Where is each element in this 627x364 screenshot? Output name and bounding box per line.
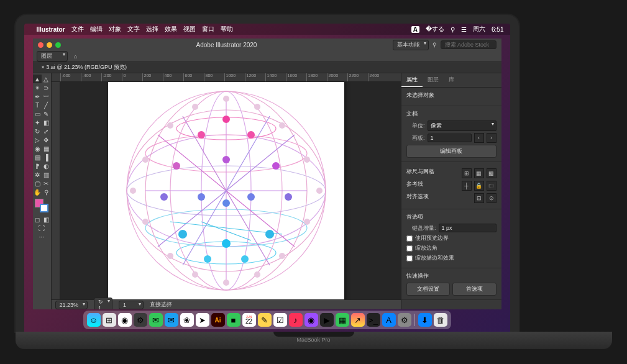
dock-photos[interactable]: ❀ <box>180 313 194 327</box>
snap-point-icon[interactable]: ⊙ <box>487 193 497 203</box>
dock-illustrator[interactable]: Ai <box>211 313 225 327</box>
dock-trash[interactable]: 🗑 <box>434 313 447 327</box>
home-icon[interactable]: ⌂ <box>71 52 80 61</box>
blend-tool[interactable]: ◐ <box>42 162 50 170</box>
menu-file[interactable]: 文件 <box>71 25 84 34</box>
selection-tool[interactable]: ▲ <box>33 75 42 83</box>
units-dropdown[interactable]: 像素 <box>428 121 497 131</box>
screen-mode[interactable]: ⛶ <box>37 224 46 232</box>
dock-control[interactable]: ⚙ <box>134 313 147 327</box>
zoom-button[interactable] <box>55 42 61 48</box>
guides-visibility-icon[interactable]: ┼ <box>462 181 472 191</box>
draw-mode-behind[interactable]: ◧ <box>42 215 50 224</box>
symbol-sprayer-tool[interactable]: ✲ <box>33 170 42 179</box>
menubar-time[interactable]: 6:51 <box>492 26 503 33</box>
next-artboard-icon[interactable]: › <box>487 133 497 143</box>
artboard-viewport[interactable] <box>52 82 401 299</box>
edit-toolbar[interactable]: ··· <box>33 232 50 241</box>
dock-facetime[interactable]: ■ <box>227 313 240 327</box>
rotate-tool[interactable]: ↻ <box>33 127 42 135</box>
dock-maps[interactable]: ➤ <box>196 313 209 327</box>
dock-safari[interactable]: ◉ <box>118 313 132 327</box>
dock-mail[interactable]: ✉ <box>165 313 178 327</box>
smart-guides-icon[interactable]: ⬚ <box>487 181 497 191</box>
fill-stroke-swatch[interactable] <box>35 199 48 212</box>
tab-layers[interactable]: 图层 <box>423 73 444 87</box>
rectangle-tool[interactable]: ▭ <box>33 109 42 118</box>
dock-calendar[interactable]: JUN22 <box>242 313 256 327</box>
width-tool[interactable]: ▷ <box>33 135 42 144</box>
menu-object[interactable]: 对象 <box>109 25 121 34</box>
menu-effect[interactable]: 效果 <box>165 25 177 34</box>
menu-type[interactable]: 文字 <box>127 25 140 34</box>
control-center-icon[interactable]: ☰ <box>461 26 467 33</box>
preview-bounds-checkbox[interactable] <box>406 235 413 242</box>
dock-reminders[interactable]: ☑ <box>273 313 287 327</box>
dock-downloads[interactable]: ⬇ <box>418 313 432 327</box>
transparency-grid-icon[interactable]: ▩ <box>487 168 497 178</box>
artboard-nav[interactable]: 1 <box>119 301 144 309</box>
dock-finder[interactable]: ☺ <box>87 313 101 327</box>
artboard[interactable] <box>108 82 344 299</box>
scale-strokes-checkbox[interactable] <box>406 255 413 262</box>
paintbrush-tool[interactable]: ✎ <box>42 109 50 118</box>
app-menu[interactable]: Illustrator <box>37 26 65 33</box>
document-tab[interactable]: × 3.ai @ 21.23% (RGB/GPU 预览) <box>37 62 132 73</box>
document-setup-button[interactable]: 文档设置 <box>406 283 451 296</box>
dock-notes[interactable]: ✎ <box>258 313 272 327</box>
dock-music[interactable]: ♪ <box>289 313 303 327</box>
dock-tv[interactable]: ▶ <box>320 313 334 327</box>
direct-selection-tool[interactable]: △ <box>42 75 50 83</box>
dock-settings[interactable]: ⚙ <box>398 313 411 327</box>
zoom-tool[interactable]: ⚲ <box>42 188 50 196</box>
edit-artboards-button[interactable]: 编辑画板 <box>406 145 497 158</box>
eraser-tool[interactable]: ◧ <box>42 118 50 127</box>
menu-view[interactable]: 视图 <box>183 25 196 34</box>
artboard-tool[interactable]: ▢ <box>33 179 42 188</box>
artboard-number[interactable]: 1 <box>428 134 472 142</box>
search-icon[interactable]: ⚲ <box>432 42 437 48</box>
shaper-tool[interactable]: ✦ <box>33 118 42 127</box>
dock-appstore[interactable]: A <box>382 313 396 327</box>
dock-stocks[interactable]: ↗ <box>351 313 365 327</box>
snap-pixel-icon[interactable]: ⊡ <box>474 193 484 203</box>
menubar-a-icon[interactable]: A <box>411 26 419 33</box>
rotate-view[interactable]: ↻ 1 <box>94 298 112 310</box>
menu-edit[interactable]: 编辑 <box>90 25 103 34</box>
scale-tool[interactable]: ⤢ <box>42 127 50 135</box>
lasso-tool[interactable]: ⊃ <box>42 83 50 92</box>
slice-tool[interactable]: ✂ <box>42 179 50 188</box>
curvature-tool[interactable]: 〰 <box>42 92 50 101</box>
ruler-icon[interactable]: ⊞ <box>462 168 472 178</box>
free-transform-tool[interactable]: ✥ <box>42 135 50 144</box>
guides-lock-icon[interactable]: 🔒 <box>474 181 484 191</box>
graph-tool[interactable]: ▥ <box>42 170 50 179</box>
workspace-switcher[interactable]: 基本功能 <box>393 40 429 50</box>
tab-libraries[interactable]: 库 <box>444 73 459 87</box>
menu-window[interactable]: 窗口 <box>202 25 214 34</box>
menubar-day[interactable]: 周六 <box>473 25 485 34</box>
dock-messages[interactable]: ✉ <box>149 313 163 327</box>
dock-numbers[interactable]: ▦ <box>336 313 349 327</box>
dock-launchpad[interactable]: ⊞ <box>103 313 116 327</box>
dock-podcasts[interactable]: ◉ <box>304 313 318 327</box>
dock-terminal[interactable]: >_ <box>367 313 380 327</box>
zoom-level[interactable]: 21.23% <box>55 301 88 309</box>
layer-dropdown[interactable]: 图层 <box>37 51 68 61</box>
prev-artboard-icon[interactable]: ‹ <box>474 133 484 143</box>
shape-builder-tool[interactable]: ◉ <box>33 144 42 153</box>
keyboard-increment-input[interactable] <box>439 224 497 232</box>
adobe-stock-search[interactable] <box>441 40 497 49</box>
close-button[interactable] <box>38 42 43 48</box>
scale-corners-checkbox[interactable] <box>406 245 413 252</box>
menu-help[interactable]: 帮助 <box>221 25 233 34</box>
line-tool[interactable]: ╱ <box>42 101 50 109</box>
pen-tool[interactable]: ✒ <box>33 92 42 101</box>
type-tool[interactable]: T <box>33 101 42 109</box>
hand-tool[interactable]: ✋ <box>33 188 42 196</box>
eyedropper-tool[interactable]: ⁋ <box>33 162 42 170</box>
wifi-icon[interactable]: �する <box>426 25 444 34</box>
mesh-tool[interactable]: ▤ <box>33 153 42 162</box>
menu-select[interactable]: 选择 <box>146 25 158 34</box>
perspective-tool[interactable]: ▦ <box>42 144 50 153</box>
